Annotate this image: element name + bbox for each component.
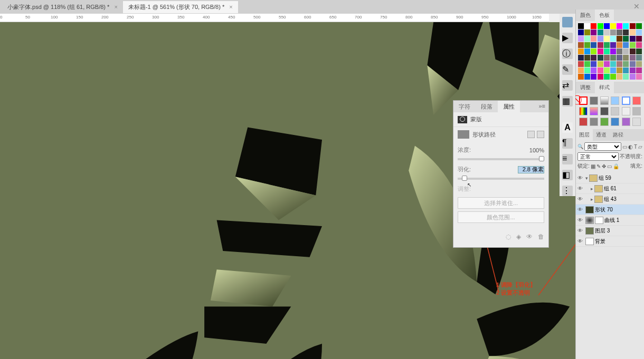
swatch[interactable] — [598, 74, 603, 80]
folder-toggle-icon[interactable]: ▸ — [591, 186, 593, 191]
swatch[interactable] — [598, 30, 603, 35]
layer-name[interactable]: 形状 70 — [595, 206, 643, 214]
swatch[interactable] — [604, 30, 610, 35]
type-icon[interactable]: A — [562, 122, 573, 133]
swatch[interactable] — [578, 61, 584, 67]
swatch[interactable] — [598, 61, 603, 67]
feather-slider[interactable] — [458, 178, 544, 180]
lock-brush-icon[interactable]: ✎ — [596, 163, 601, 169]
layer-list[interactable]: 👁▾组 59👁▸组 61👁▸组 43👁形状 70👁曲线 1👁图层 3👁背景 — [576, 173, 644, 247]
channels-tab[interactable]: 通道 — [593, 129, 610, 141]
swatch[interactable] — [636, 48, 642, 54]
layers-tab[interactable]: 图层 — [576, 129, 593, 141]
swatch[interactable] — [610, 61, 616, 67]
swatch[interactable] — [617, 55, 622, 61]
lock-artboard-icon[interactable]: ▭ — [607, 163, 612, 169]
swatch[interactable] — [604, 61, 610, 67]
swatch[interactable] — [630, 36, 636, 42]
layer-name[interactable]: 组 59 — [599, 174, 643, 182]
swatch[interactable] — [584, 67, 590, 73]
close-icon[interactable]: × — [114, 4, 117, 10]
swatch[interactable] — [598, 48, 603, 54]
swatch[interactable] — [578, 55, 584, 61]
load-selection-icon[interactable]: ◌ — [506, 233, 511, 240]
swatch[interactable] — [610, 42, 616, 48]
paragraph-tab[interactable]: 段落 — [476, 101, 498, 112]
layer-row[interactable]: 👁曲线 1 — [576, 215, 644, 226]
swatch[interactable] — [623, 61, 629, 67]
path-mask-icon[interactable] — [537, 131, 544, 138]
layer-row[interactable]: 👁▾组 59 — [576, 173, 644, 183]
lock-pixels-icon[interactable]: ▦ — [591, 163, 595, 169]
swatch[interactable] — [604, 55, 610, 61]
filter-pixel-icon[interactable]: ▭ — [622, 144, 627, 150]
swatch[interactable] — [584, 23, 590, 29]
swatch[interactable] — [623, 23, 629, 29]
swatch[interactable] — [623, 36, 629, 42]
swatch[interactable] — [610, 67, 616, 73]
layer-row[interactable]: 👁图层 3 — [576, 226, 644, 236]
swatch[interactable] — [591, 23, 596, 29]
feather-input[interactable] — [518, 166, 544, 173]
swatch[interactable] — [591, 55, 596, 61]
layer-row[interactable]: 👁▸组 61 — [576, 183, 644, 194]
paragraph-icon[interactable]: ¶ — [562, 138, 573, 149]
filter-shape-icon[interactable]: ▱ — [638, 144, 642, 150]
swatches-tab[interactable]: 色板 — [595, 9, 614, 21]
swatch[interactable] — [591, 67, 596, 73]
swatch[interactable] — [604, 74, 610, 80]
layer-row[interactable]: 👁形状 70 — [576, 205, 644, 215]
character-tab[interactable]: 字符 — [453, 101, 476, 112]
swatch[interactable] — [636, 30, 642, 35]
swatch[interactable] — [617, 48, 622, 54]
visibility-icon[interactable]: 👁 — [577, 238, 583, 244]
swatch[interactable] — [591, 74, 596, 80]
swatch[interactable] — [578, 36, 584, 42]
swatch[interactable] — [584, 36, 590, 42]
swatch[interactable] — [598, 67, 603, 73]
document-tab[interactable]: 小豪字体.psd @ 118% (组 61, RGB/8) * × — [2, 1, 123, 13]
swatch[interactable] — [623, 67, 629, 73]
swatch[interactable] — [630, 55, 636, 61]
swatch[interactable] — [623, 74, 629, 80]
swatch[interactable] — [578, 23, 584, 29]
visibility-icon[interactable]: 👁 — [577, 175, 583, 181]
swatch[interactable] — [617, 36, 622, 42]
layer-name[interactable]: 图层 3 — [595, 227, 643, 235]
swatch[interactable] — [610, 23, 616, 29]
swatch[interactable] — [610, 55, 616, 61]
swatch[interactable] — [610, 30, 616, 35]
layer-kind-select[interactable]: 类型 — [584, 142, 621, 151]
visibility-icon[interactable]: 👁 — [577, 207, 583, 212]
visibility-icon[interactable]: 👁 — [577, 228, 583, 234]
swatch[interactable] — [617, 30, 622, 35]
more-icon[interactable]: ⋮ — [562, 186, 573, 196]
swatch[interactable] — [584, 61, 590, 67]
filter-adjust-icon[interactable]: ◐ — [628, 144, 633, 150]
swatch[interactable] — [623, 48, 629, 54]
swatch[interactable] — [604, 42, 610, 48]
visibility-icon[interactable]: 👁 — [577, 196, 583, 202]
panel-icon[interactable]: ▦ — [562, 96, 573, 106]
density-value[interactable]: 100% — [518, 147, 544, 153]
swatch[interactable] — [604, 67, 610, 73]
swatch[interactable] — [591, 36, 596, 42]
swatch[interactable] — [630, 30, 636, 35]
filter-type-icon[interactable]: T — [634, 144, 637, 150]
document-tab[interactable]: 未标题-1 @ 561% (形状 70, RGB/8) * × — [123, 1, 238, 13]
swatch[interactable] — [591, 61, 596, 67]
swatch[interactable] — [623, 42, 629, 48]
lock-all-icon[interactable]: 🔒 — [613, 163, 619, 169]
swatch[interactable] — [610, 48, 616, 54]
align-icon[interactable]: ≡ — [562, 154, 573, 164]
swatch[interactable] — [604, 48, 610, 54]
swatch[interactable] — [617, 61, 622, 67]
swatch[interactable] — [630, 48, 636, 54]
swatch[interactable] — [578, 74, 584, 80]
panel-menu-icon[interactable]: »≡ — [535, 101, 548, 112]
mask-icon[interactable]: ◧ — [562, 170, 573, 180]
apply-mask-icon[interactable]: ◈ — [516, 233, 521, 240]
swatch[interactable] — [636, 61, 642, 67]
properties-tab[interactable]: 属性 — [498, 101, 520, 112]
swatch[interactable] — [636, 23, 642, 29]
